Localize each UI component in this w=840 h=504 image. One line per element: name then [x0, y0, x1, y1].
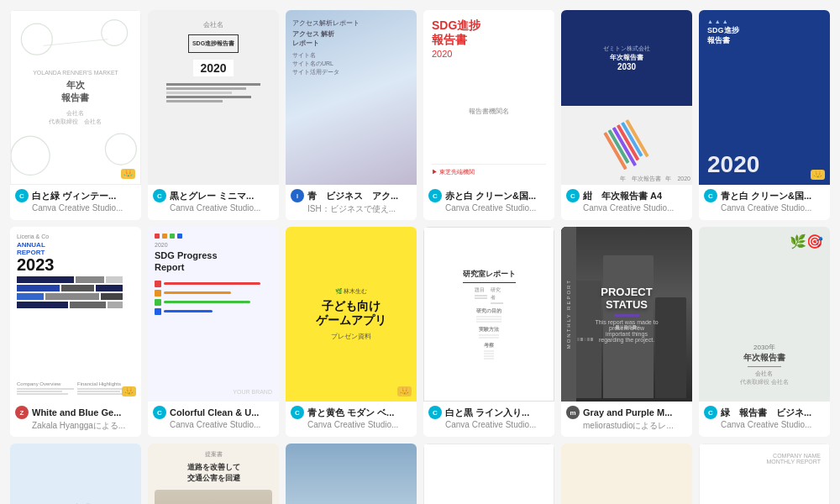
card-animal[interactable]: 🦊🐺 Aander and Spike: Travel Agent C Anim… — [561, 444, 692, 504]
card-lab-report[interactable]: 研究室レポート 題目 研究者 研究の目的 実験方法 — [423, 227, 554, 437]
card-title: 白と緑 ヴィンテー... — [32, 190, 116, 202]
crown-badge: 👑 — [122, 386, 136, 396]
card-title: 青と白 クリーン&国... — [721, 190, 811, 202]
svg-line-4 — [44, 39, 108, 46]
card-author: Canva Creative Studio... — [704, 203, 825, 213]
card-blue-sdg[interactable]: ▲ ▲ ▲ SDG進捗報告書 2020 👑 C 青と白 クリーン&国... Ca… — [699, 10, 830, 220]
card-annual-2023[interactable]: Liceria & Co ANNUAL REPORT 2023 — [10, 227, 141, 437]
svg-point-0 — [21, 24, 52, 55]
card-white-green[interactable]: YOLANDA RENNER'S MARKET 年次 報告書 会社名 代表取締役… — [10, 10, 141, 220]
card-author: Canva Creative Studio... — [291, 420, 412, 429]
card-dark-gray[interactable]: 会社名 SDG進捗報告書 2020 C 黒とグレー ミニマ... Canva — [148, 10, 279, 220]
card-author: Canva Creative Studio... — [428, 203, 549, 213]
card-kids-app[interactable]: 🌿 林木生む 子ども向けゲームアプリ プレゼン資料 👑 C 青と黄色 モダン ベ… — [286, 227, 417, 437]
card-author: Zakala Hyanggaによる... — [15, 420, 136, 432]
card-author: ISH：ビジネスで使え... — [291, 203, 412, 215]
card-title: 青と黄色 モダン ベ... — [307, 407, 394, 419]
card-sdg-progress[interactable]: 2020 SDG ProgressReport — [148, 227, 279, 437]
author-avatar: C — [704, 189, 717, 202]
svg-point-3 — [105, 134, 136, 165]
crown-badge: 👑 — [397, 386, 412, 396]
card-social-media[interactable]: COMPANY NAME MONTHLY REPORT Social Media… — [699, 444, 830, 504]
card-title: 青 ビジネス アク... — [307, 190, 398, 202]
card-author: Canva Creative Studio... — [566, 203, 687, 213]
crown-badge: 👑 — [121, 169, 135, 179]
author-avatar: C — [291, 406, 304, 419]
card-title: 黒とグレー ミニマ... — [170, 190, 254, 202]
card-red-white[interactable]: SDG進捗報告書 2020 報告書機関名 ▶ 東芝先端機関 C 赤と白 クリーン… — [423, 10, 554, 220]
author-avatar: C — [566, 189, 580, 202]
author-avatar: m — [566, 406, 580, 419]
card-navy-pencils[interactable]: ゼミトン株式会社 年次報告書 2030 年 年次報告書 年 2020 — [561, 10, 692, 220]
card-title: White and Blue Ge... — [32, 407, 121, 417]
card-author: meliorastudioによるレ... — [566, 420, 687, 432]
author-avatar: Z — [15, 406, 29, 419]
author-avatar: C — [428, 406, 442, 419]
card-title: 赤と白 クリーン&国... — [445, 190, 536, 202]
card-pr[interactable]: PR案件報告書 C PR案件報告書 Canva Creative Studio.… — [423, 444, 554, 504]
card-blue-biz[interactable]: アクセス解析レポート アクセス 解析 レポート サイト名 サイト名のURL サイ… — [286, 10, 417, 220]
author-avatar: C — [704, 406, 717, 419]
card-green-business[interactable]: 🌿🎯 2030年 年次報告書 会社名 代表取締役 会社名 C 緑 報告書 ビジネ… — [699, 227, 830, 437]
card-monthly[interactable]: 2030年1月 月次報告書 C 月次 報告書 Canva Creative St… — [10, 444, 141, 504]
card-author: Canva Creative Studio... — [428, 420, 549, 429]
crown-badge: 👑 — [811, 170, 825, 180]
card-author: Canva Creative Studio... — [153, 203, 274, 213]
author-avatar: C — [428, 189, 442, 202]
author-avatar: C — [153, 189, 166, 202]
card-title: Colorful Clean & U... — [170, 407, 259, 417]
card-title: 白と黒 ライン入り... — [445, 407, 529, 419]
svg-point-2 — [11, 136, 50, 175]
template-grid: YOLANDA RENNER'S MARKET 年次 報告書 会社名 代表取締役… — [0, 0, 840, 504]
card-author: Canva Creative Studio... — [153, 420, 274, 429]
author-avatar: C — [153, 406, 166, 419]
card-project-status[interactable]: MONTHLY REPORT PROJECT STATUS This repor… — [561, 227, 692, 437]
card-cloud[interactable]: ☁️ クラウドレポート C クラウドレポート Canva Creative St… — [286, 444, 417, 504]
card-title: 紺 年次報告書 A4 — [583, 190, 662, 202]
svg-point-1 — [102, 20, 128, 46]
card-author: Canva Creative Studio... — [15, 203, 136, 213]
author-avatar: C — [15, 189, 29, 202]
card-author: Canva Creative Studio... — [704, 420, 825, 429]
card-title: 緑 報告書 ビジネ... — [721, 407, 811, 419]
card-title: Gray and Purple M... — [583, 407, 672, 417]
author-avatar: I — [291, 189, 304, 202]
card-road[interactable]: 提案書 道路を改善して交通公害を回避 C 道路を改善して交通公害を回避 Canv… — [148, 444, 279, 504]
